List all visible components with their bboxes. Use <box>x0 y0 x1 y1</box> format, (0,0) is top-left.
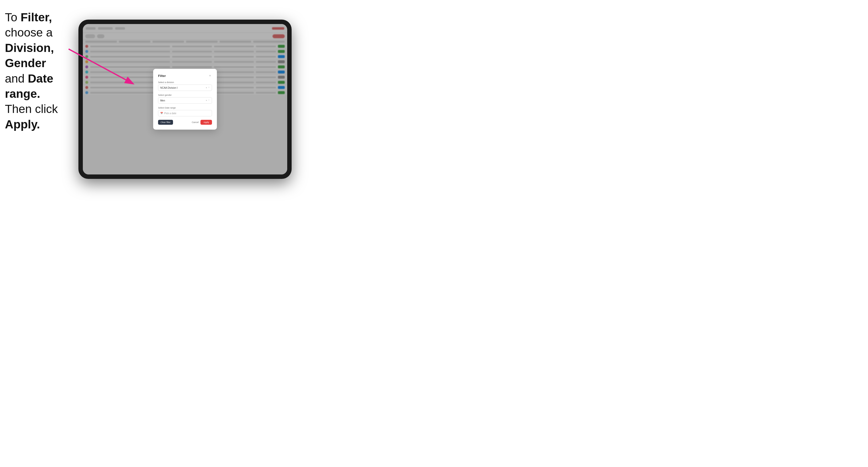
date-label: Select Date range <box>158 106 212 109</box>
date-input[interactable]: 📅 Pick a date <box>158 110 212 116</box>
division-label: Select a division <box>158 81 212 84</box>
division-value: NCAA Division I <box>160 87 178 89</box>
apply-button[interactable]: Apply <box>200 120 212 125</box>
tablet-screen: Filter × Select a division NCAA Division… <box>83 24 287 175</box>
division-clear-icon[interactable]: × <box>206 87 207 89</box>
modal-close-button[interactable]: × <box>208 74 212 78</box>
tablet-frame: Filter × Select a division NCAA Division… <box>79 20 291 179</box>
division-chevron-icon: ⌃ <box>208 87 210 89</box>
cancel-button[interactable]: Cancel <box>192 121 198 123</box>
gender-label: Select gender <box>158 94 212 96</box>
gender-clear-icon[interactable]: × <box>206 99 207 102</box>
gender-value: Men <box>160 99 165 102</box>
modal-footer: Clear filter Cancel Apply <box>158 120 212 125</box>
gender-chevron-icon: ⌃ <box>208 99 210 102</box>
calendar-icon: 📅 <box>160 112 163 115</box>
modal-overlay: Filter × Select a division NCAA Division… <box>83 24 287 175</box>
modal-header: Filter × <box>158 74 212 78</box>
division-field: Select a division NCAA Division I × ⌃ <box>158 81 212 91</box>
clear-filter-button[interactable]: Clear filter <box>158 120 173 125</box>
modal-title: Filter <box>158 74 166 78</box>
gender-select[interactable]: Men × ⌃ <box>158 97 212 104</box>
instruction-text: To Filter, choose a Division, Gender and… <box>5 10 79 132</box>
date-field: Select Date range 📅 Pick a date <box>158 106 212 116</box>
gender-field: Select gender Men × ⌃ <box>158 94 212 104</box>
footer-right-actions: Cancel Apply <box>192 120 212 125</box>
date-placeholder: Pick a date <box>164 112 176 115</box>
division-select[interactable]: NCAA Division I × ⌃ <box>158 85 212 91</box>
filter-modal: Filter × Select a division NCAA Division… <box>153 69 217 130</box>
